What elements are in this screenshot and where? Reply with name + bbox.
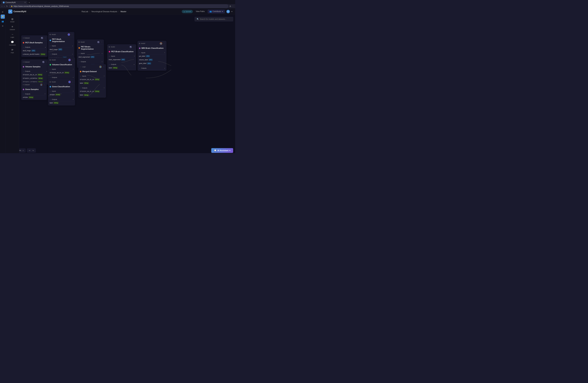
outputs-header[interactable]: → Outputs ▾: [23, 92, 45, 96]
node-menu-button[interactable]: ⋮: [44, 84, 45, 86]
canvas-area[interactable]: ⊞ Model ≡ Dataset → Logic 💬 Comment ⟳: [5, 15, 235, 153]
node-menu-button[interactable]: ⋮: [46, 61, 47, 63]
inputs-header[interactable]: ← Inputs ▾: [49, 44, 73, 48]
menu-button[interactable]: ⋮: [232, 5, 234, 7]
tool-path[interactable]: ⟳ Path: [6, 47, 18, 55]
address-bar: ‹ › ↻ 🔒 https://www.connectify.ai/neurol…: [0, 4, 235, 8]
contributor-button[interactable]: 👥 Contributor ▾: [208, 10, 225, 13]
outputs-header[interactable]: → Outputs ▲: [23, 70, 47, 73]
search-input[interactable]: [200, 18, 231, 20]
node-menu-button[interactable]: ⋮: [163, 43, 165, 44]
path-icon: ⟳: [11, 48, 13, 51]
tool-panel: ⊞ Model ≡ Dataset → Logic 💬 Comment ⟳: [5, 15, 19, 153]
outputs-header[interactable]: → Outputs ▲: [23, 46, 46, 49]
outputs-arrow: →: [23, 93, 24, 95]
sidebar-icon-settings[interactable]: ⚙: [1, 24, 5, 28]
contributor-icon: 👥: [210, 10, 212, 13]
field-tag: String: [38, 77, 43, 79]
back-button[interactable]: ‹: [1, 5, 2, 8]
node-header: ≡ Dataset RL ⋮: [21, 36, 47, 40]
model-node-pet-brain-classification[interactable]: ⊞ Model RL ⋮ PET-Brain-Classification ← …: [107, 44, 136, 70]
node-menu-button[interactable]: ⋮: [72, 81, 74, 83]
undo-button[interactable]: ↩: [28, 149, 31, 152]
inputs-header[interactable]: ← Inputs ▾: [109, 55, 135, 58]
inputs-header[interactable]: ← Inputs ▾: [49, 90, 73, 93]
dataset-type-label: Dataset: [24, 37, 40, 39]
outputs-header[interactable]: → Outputs ▾: [49, 53, 73, 56]
node-title: PET-Skull-Segmentation: [48, 37, 74, 44]
model-type-label: Model: [81, 41, 96, 43]
active-tab[interactable]: ✦ ConnectifyAI ✕: [1, 1, 27, 4]
node-avatar: 👤: [40, 83, 42, 86]
inputs-arrow: ←: [78, 53, 80, 54]
node-title: Volume-Classification: [48, 62, 75, 67]
model-node-mri-brain-classification[interactable]: ⊞ Model 👤 ⋮ MRI Brain Classification ← I…: [138, 41, 167, 71]
outputs-header[interactable]: → Outputs ▾: [49, 98, 73, 101]
node-inputs-section: ← Inputs ▾ skull_segmented JPG: [77, 51, 104, 59]
field-row: APOE4 String: [49, 93, 73, 96]
dataset-node-volume-samples[interactable]: ≡ Dataset RL ⋮ Volume Samples → Outputs …: [21, 59, 49, 84]
sidebar-icon-grid[interactable]: ⊞: [1, 10, 5, 14]
inputs-header[interactable]: ← Inputs ▾: [80, 75, 104, 78]
node-menu-button[interactable]: ⋮: [133, 46, 135, 48]
node-header: ⊞ Model RL ⋮: [107, 44, 136, 49]
tab-close-button[interactable]: ✕: [24, 1, 26, 3]
node-menu-button[interactable]: ⋮: [71, 34, 73, 36]
model-node-gene-classification[interactable]: ⊞ Model 👤 ⋮ Gene-Classification ← Inputs…: [48, 79, 75, 105]
node-dot: [49, 40, 51, 41]
outputs-header[interactable]: → Outputs ▾: [49, 76, 73, 79]
dataset-node-gene-samples[interactable]: ≡ Dataset 👤 ⋮ Gene-Samples → Outputs ▾: [21, 82, 47, 100]
inputs-header[interactable]: ← Inputs ▾: [49, 68, 73, 71]
tool-logic[interactable]: → Logic: [6, 32, 18, 39]
browser-chrome: ✦ ConnectifyAI ✕ + ‹ › ↻ 🔒 https://www.c…: [0, 0, 235, 8]
user-avatar[interactable]: R: [227, 10, 230, 13]
zoom-in-button[interactable]: +: [22, 149, 25, 152]
extensions-button[interactable]: ⊞: [230, 5, 231, 7]
breadcrumb-sep2: /: [119, 10, 119, 13]
tool-dataset[interactable]: ≡ Dataset: [6, 24, 18, 32]
forward-button[interactable]: ›: [4, 5, 5, 8]
outputs-header[interactable]: → Outputs ▾: [139, 67, 165, 70]
node-title: PET-Brain-Classification: [107, 49, 136, 54]
redo-button[interactable]: ↪: [32, 149, 35, 152]
outputs-header[interactable]: → Outputs ▾: [78, 60, 102, 63]
breadcrumb-branch: Master: [121, 10, 126, 13]
node-inputs-section: ← Inputs ▾ pet_label JPG volume_label JP…: [138, 51, 166, 66]
node-menu-button[interactable]: ⋮: [103, 66, 105, 68]
dataset-type-label: Dataset: [24, 61, 41, 63]
node-menu-button[interactable]: ⋮: [101, 41, 103, 43]
user-menu-button[interactable]: ▾: [231, 10, 232, 13]
field-name: label: [80, 94, 83, 96]
sidebar-icon-team[interactable]: 👥: [1, 19, 5, 23]
tool-model[interactable]: ⊞ Model: [6, 17, 18, 24]
field-row: LONIUID_BAIPETNMRC String: [23, 53, 46, 56]
inputs-header[interactable]: ← Inputs ▾: [78, 52, 102, 55]
node-menu-button[interactable]: ⋮: [72, 59, 74, 61]
reload-button[interactable]: ↻: [6, 5, 8, 8]
inputs-header[interactable]: ← Inputs ▾: [139, 51, 165, 55]
logic-type-label: Logic: [82, 66, 98, 68]
field-tag: String: [53, 102, 59, 104]
dataset-type-icon: ≡: [23, 37, 23, 39]
model-node-pet-brain-segmentation[interactable]: ⊞ Model RL ⋮ PET-Brain-Segmentation ← In…: [77, 39, 104, 68]
node-title-text: PET-Brain-Segmentation: [81, 46, 103, 50]
logic-node-merged-dataset[interactable]: → Logic 👤 ⋮ Merged-Dataset ← Inputs ▾: [78, 64, 106, 97]
model-node-pet-skull-segmentation[interactable]: ⊞ Model 👤 ⋮ PET-Skull-Segmentation ← Inp…: [48, 32, 74, 60]
outputs-label: Outputs: [52, 53, 57, 55]
ai-assistant-button[interactable]: 💬 AI Assistant ▾: [211, 148, 233, 153]
field-name: ST101SV_08_01_16: [80, 79, 94, 80]
node-menu-button[interactable]: ⋮: [44, 37, 46, 39]
sidebar-icon-lightning[interactable]: ⚡: [1, 15, 5, 19]
field-name: gene_label: [139, 62, 146, 64]
view-paths-button[interactable]: View Paths: [194, 10, 206, 13]
new-tab-button[interactable]: +: [28, 1, 31, 4]
outputs-header[interactable]: → Outputs ▾: [80, 86, 104, 90]
outputs-header[interactable]: → Outputs ▲: [109, 63, 135, 66]
tool-comment[interactable]: 💬 Comment: [6, 39, 18, 47]
url-bar[interactable]: 🔒 https://www.connectify.ai/neurological…: [9, 4, 228, 8]
node-avatar: RL: [42, 61, 44, 63]
field-name: ST101SV_08_01_16: [23, 74, 37, 76]
outputs-label: Outputs: [25, 70, 30, 72]
dataset-node-pet-skull-samples[interactable]: ≡ Dataset RL ⋮ PET-Skull-Samples → Outpu…: [21, 35, 47, 57]
app: ⊞ ⚡ 👥 ⚙ ✦ ConnectifyAI RazLab / Neurolog…: [0, 8, 235, 153]
